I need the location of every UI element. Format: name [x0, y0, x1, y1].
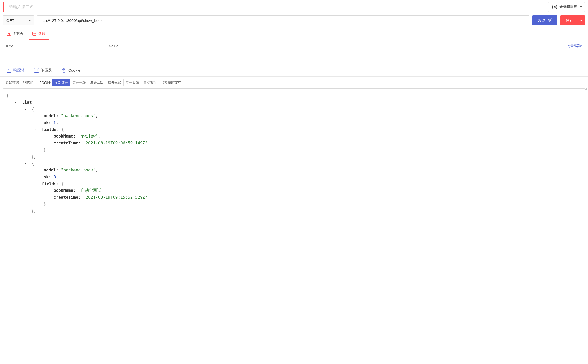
auto-wrap-button[interactable]: 自动换行: [141, 79, 159, 86]
params-icon: </>: [32, 32, 36, 36]
headers-icon: H: [7, 32, 11, 36]
expand-all-button[interactable]: 全部展开: [52, 79, 70, 86]
tab-response-cookie[interactable]: Cookie: [58, 65, 84, 76]
batch-edit-link[interactable]: 批量编辑: [566, 43, 582, 48]
cookie-icon: [62, 68, 66, 73]
accent-stripe: [3, 2, 4, 12]
column-header-key: Key: [6, 44, 109, 48]
raw-data-button[interactable]: 原始数据: [3, 79, 21, 86]
http-method-value: GET: [6, 18, 14, 23]
chevron-down-icon: [580, 20, 582, 21]
chevron-down-icon: [580, 6, 582, 8]
response-body-viewer[interactable]: { - list: [ - { model: "backend.book", p…: [3, 88, 585, 218]
send-label: 发送: [538, 18, 546, 23]
expand-level1-button[interactable]: 展开一级: [70, 79, 88, 86]
tab-request-params[interactable]: </> 参数: [29, 28, 49, 40]
tab-label: 响应体: [13, 68, 25, 73]
help-docs-button[interactable]: ? 帮助文档: [161, 79, 183, 86]
url-input[interactable]: [37, 15, 529, 25]
send-button[interactable]: 发送: [532, 15, 557, 25]
expand-level3-button[interactable]: 展开三级: [106, 79, 124, 86]
tab-label: 参数: [38, 31, 45, 36]
format-button[interactable]: 格式化: [21, 79, 35, 86]
check-box-icon: [7, 68, 11, 73]
chevron-down-icon: [29, 20, 31, 21]
save-label: 保存: [566, 18, 573, 23]
scrollbar-track[interactable]: [585, 88, 587, 218]
column-header-value: Value: [109, 44, 566, 48]
json-label: JSON:: [40, 80, 51, 85]
params-empty-area[interactable]: [0, 52, 588, 60]
send-icon: [547, 18, 552, 22]
help-label: 帮助文档: [168, 80, 181, 85]
save-button[interactable]: 保存: [560, 15, 585, 25]
expand-level2-button[interactable]: 展开二级: [88, 79, 106, 86]
expand-level4-button[interactable]: 展开四级: [124, 79, 141, 86]
tab-response-headers[interactable]: H 响应头: [31, 65, 56, 76]
api-name-input[interactable]: [6, 2, 545, 12]
environment-select[interactable]: {n} 未选择环境: [548, 2, 585, 12]
tab-label: Cookie: [68, 68, 80, 72]
tab-response-body[interactable]: 响应体: [3, 65, 29, 76]
tab-request-headers[interactable]: H 请求头: [3, 28, 27, 40]
brace-icon: {n}: [552, 5, 558, 9]
environment-label: 未选择环境: [559, 5, 577, 9]
headers-icon: H: [34, 68, 39, 73]
scrollbar-thumb[interactable]: [585, 88, 587, 90]
tab-label: 请求头: [12, 31, 23, 36]
http-method-select[interactable]: GET: [3, 15, 34, 25]
question-icon: ?: [163, 81, 167, 84]
tab-label: 响应头: [41, 68, 52, 73]
